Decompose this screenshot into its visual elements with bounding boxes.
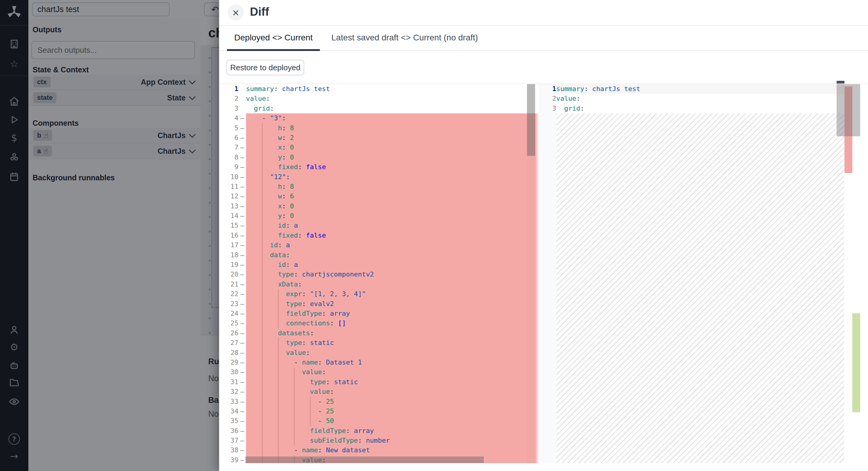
diff-line-removed: fieldType: array — [246, 309, 527, 318]
removed-line-sign: – — [239, 250, 246, 260]
diff-modal: × Diff Deployed <> Current Latest saved … — [219, 0, 868, 471]
indent-guide — [262, 250, 262, 260]
diff-line: grid: — [556, 104, 844, 113]
diff-line-removed: h: 8 — [246, 123, 527, 133]
line-number: 10– — [219, 172, 246, 182]
removed-line-sign: – — [239, 348, 246, 358]
line-number: 30– — [219, 367, 246, 377]
removed-line-sign: – — [239, 397, 246, 406]
diff-line-removed: type: static — [246, 377, 527, 387]
indent-guide — [262, 377, 262, 387]
indent-guide — [278, 397, 279, 406]
line-number: 3 — [219, 104, 246, 113]
left-editor-vertical-scrollbar[interactable] — [527, 84, 535, 156]
removed-line-sign: – — [239, 406, 246, 416]
diff-line-removed: xData: — [246, 279, 527, 289]
line-number: 28– — [219, 348, 246, 358]
diff-line-removed: value: — [246, 348, 527, 358]
diff-line-removed: - 25 — [246, 397, 527, 406]
line-number: 37– — [219, 436, 246, 445]
indent-guide — [262, 309, 262, 318]
diff-line-removed: h: 8 — [246, 182, 527, 192]
removed-line-sign: – — [239, 436, 246, 445]
indent-guide — [278, 406, 279, 416]
diff-line-removed: fixed: false — [246, 231, 527, 240]
line-number: 33– — [219, 397, 246, 406]
close-icon[interactable]: × — [227, 4, 244, 21]
right-editor-overview-ruler — [844, 84, 868, 463]
indent-guide — [262, 123, 262, 133]
removed-line-sign — [239, 94, 246, 103]
diff-line: summary: chartJs test — [246, 84, 527, 94]
removed-line-sign: – — [239, 133, 246, 143]
indent-guide — [262, 406, 262, 416]
indent-guide — [310, 406, 311, 416]
indent-guide — [294, 377, 294, 387]
removed-line-sign: – — [239, 240, 246, 250]
indent-guide — [278, 445, 279, 455]
indent-guide — [278, 426, 279, 436]
line-number: 16– — [219, 231, 246, 240]
indent-guide — [294, 426, 294, 436]
diff-line-removed: datasets: — [246, 328, 527, 338]
indent-guide — [294, 416, 294, 426]
indent-guide — [262, 397, 262, 406]
line-number: 20– — [219, 270, 246, 279]
line-number: 13– — [219, 201, 246, 211]
diff-line-removed: "12": — [246, 172, 527, 182]
diff-line-removed: fixed: false — [246, 162, 527, 172]
indent-guide — [262, 279, 262, 289]
left-editor-horizontal-scrollbar[interactable] — [245, 457, 484, 463]
diff-line-removed: - name: New dataset — [246, 445, 527, 455]
indent-guide — [262, 211, 262, 221]
tab-latest-draft-current[interactable]: Latest saved draft <> Current (no draft) — [330, 33, 480, 43]
line-number: 36– — [219, 426, 246, 436]
line-number: 8– — [219, 153, 246, 162]
indent-guide — [262, 260, 262, 270]
left-editor-content[interactable]: summary: chartJs testvalue: grid: - "3":… — [246, 84, 527, 463]
diff-line-removed: x: 0 — [246, 143, 527, 152]
line-number: 5– — [219, 123, 246, 133]
indent-guide — [262, 445, 262, 455]
removed-line-sign: – — [239, 367, 246, 377]
indent-guide — [278, 309, 279, 318]
line-number: 17– — [219, 240, 246, 250]
removed-line-sign: – — [239, 211, 246, 221]
indent-guide — [310, 397, 311, 406]
indent-guide — [262, 133, 262, 143]
removed-line-sign: – — [239, 445, 246, 455]
line-number: 22– — [219, 289, 246, 299]
removed-line-sign: – — [239, 192, 246, 201]
line-number: 34– — [219, 406, 246, 416]
indent-guide — [254, 104, 255, 113]
indent-guide — [262, 231, 262, 240]
indent-guide — [262, 338, 262, 348]
line-number: 29– — [219, 358, 246, 367]
line-number: 38– — [219, 445, 246, 455]
removed-line-sign: – — [239, 279, 246, 289]
removed-line-sign: – — [239, 358, 246, 367]
diff-line: summary: chartJs test — [556, 84, 844, 94]
line-number: 6– — [219, 133, 246, 143]
removed-line-sign: – — [239, 221, 246, 230]
indent-guide — [294, 397, 294, 406]
indent-guide — [278, 377, 279, 387]
line-number: 15– — [219, 221, 246, 230]
indent-guide — [278, 289, 279, 299]
indent-guide — [294, 367, 294, 377]
tab-deployed-current[interactable]: Deployed <> Current — [227, 33, 320, 43]
indent-guide — [262, 416, 262, 426]
diff-line-removed: y: 0 — [246, 211, 527, 221]
diff-line-removed: w: 6 — [246, 192, 527, 201]
removed-line-sign — [239, 104, 246, 113]
indent-guide — [278, 416, 279, 426]
screen: ☆$⚙?→ ↶ Outputs State & Context ctxApp C… — [0, 0, 868, 471]
diff-line-removed: w: 2 — [246, 133, 527, 143]
removed-line-sign: – — [239, 123, 246, 133]
removed-line-sign: – — [239, 416, 246, 426]
indent-guide — [278, 299, 279, 309]
restore-to-deployed-button[interactable]: Restore to deployed — [226, 60, 304, 75]
right-editor-vertical-scrollbar[interactable] — [837, 84, 860, 136]
diff-line-removed: - 50 — [246, 416, 527, 426]
indent-guide — [294, 387, 294, 397]
